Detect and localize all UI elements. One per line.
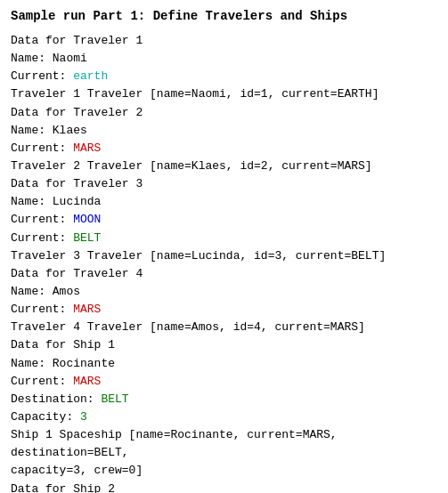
line-part: Name: Lucinda xyxy=(11,195,101,208)
output-line: Current: earth xyxy=(11,68,437,85)
line-part: Traveler 2 Traveler [name=Klaes, id=2, c… xyxy=(11,159,372,173)
output-line: Name: Lucinda xyxy=(11,193,437,211)
page-title: Sample run Part 1: Define Travelers and … xyxy=(11,9,437,23)
output-line: Data for Ship 1 xyxy=(11,336,437,354)
line-part: earth xyxy=(73,69,108,83)
output-line: Capacity: 3 xyxy=(11,408,437,426)
line-part: MARS xyxy=(73,141,101,155)
output-line: Current: BELT xyxy=(11,230,437,247)
line-part: Data for Traveler 1 xyxy=(11,34,143,47)
output-line: Traveler 3 Traveler [name=Lucinda, id=3,… xyxy=(11,247,437,265)
line-part: Data for Traveler 4 xyxy=(11,267,143,280)
line-part: Name: Naomi xyxy=(11,52,87,65)
output-line: Current: MARS xyxy=(11,140,437,158)
line-part: Current: xyxy=(11,231,73,245)
line-part: MOON xyxy=(73,213,101,226)
line-part: MARS xyxy=(73,303,101,316)
output-line: Traveler 4 Traveler [name=Amos, id=4, cu… xyxy=(11,319,437,336)
line-part: Current: xyxy=(11,69,73,83)
output-line: Destination: BELT xyxy=(11,391,437,408)
line-part: Current: xyxy=(11,375,73,388)
output-container: Data for Traveler 1Name: NaomiCurrent: e… xyxy=(11,32,437,493)
output-line: Data for Traveler 1 xyxy=(11,32,437,50)
output-line: capacity=3, crew=0] xyxy=(11,462,437,480)
line-part: Data for Traveler 2 xyxy=(11,106,143,119)
line-part: Traveler 4 Traveler [name=Amos, id=4, cu… xyxy=(11,320,365,334)
line-part: Data for Traveler 3 xyxy=(11,177,143,190)
output-line: Current: MARS xyxy=(11,373,437,391)
output-line: Name: Amos xyxy=(11,283,437,301)
line-part: Name: Klaes xyxy=(11,124,87,137)
line-part: Data for Ship 1 xyxy=(11,338,115,352)
output-line: Data for Traveler 2 xyxy=(11,104,437,122)
output-line: Traveler 1 Traveler [name=Naomi, id=1, c… xyxy=(11,85,437,103)
line-part: Traveler 3 Traveler [name=Lucinda, id=3,… xyxy=(11,249,386,263)
output-line: Ship 1 Spaceship [name=Rocinante, curren… xyxy=(11,426,437,462)
line-part: Capacity: xyxy=(11,410,80,424)
line-part: BELT xyxy=(73,231,101,245)
line-part: Data for Ship 2 xyxy=(11,482,115,493)
line-part: BELT xyxy=(101,392,128,406)
line-part: MARS xyxy=(73,375,101,388)
output-line: Data for Ship 2 xyxy=(11,481,437,493)
line-part: Name: Amos xyxy=(11,285,80,298)
line-part: Name: Rocinante xyxy=(11,357,115,370)
line-part: Traveler 1 Traveler [name=Naomi, id=1, c… xyxy=(11,87,379,101)
output-line: Traveler 2 Traveler [name=Klaes, id=2, c… xyxy=(11,158,437,175)
output-line: Name: Klaes xyxy=(11,122,437,140)
output-line: Data for Traveler 3 xyxy=(11,175,437,193)
output-line: Current: MOON xyxy=(11,211,437,229)
output-line: Name: Naomi xyxy=(11,50,437,68)
line-part: Destination: xyxy=(11,392,101,406)
line-part: 3 xyxy=(80,410,87,424)
output-line: Data for Traveler 4 xyxy=(11,265,437,283)
line-part: Current: xyxy=(11,141,73,155)
output-line: Current: MARS xyxy=(11,301,437,319)
line-part: Current: xyxy=(11,303,73,316)
line-part: Ship 1 Spaceship [name=Rocinante, curren… xyxy=(11,428,344,459)
line-part: capacity=3, crew=0] xyxy=(11,464,143,477)
line-part: Current: xyxy=(11,213,73,226)
output-line: Name: Rocinante xyxy=(11,355,437,373)
